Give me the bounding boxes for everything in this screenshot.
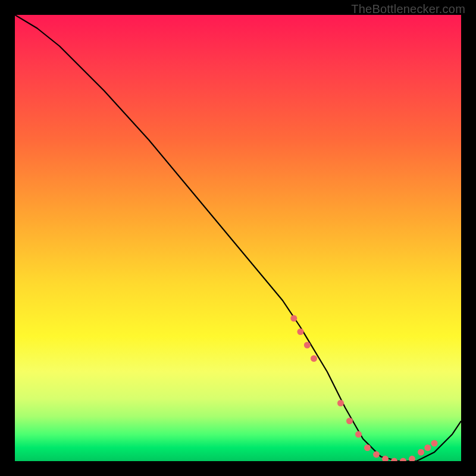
- valley-marker-14: [418, 449, 424, 456]
- valley-marker-7: [355, 431, 362, 438]
- valley-marker-16: [431, 440, 438, 447]
- valley-marker-3: [304, 342, 311, 349]
- watermark: TheBottlenecker.com: [351, 2, 465, 16]
- valley-marker-15: [424, 444, 431, 451]
- valley-marker-13: [409, 456, 415, 461]
- valley-marker-1: [290, 315, 297, 322]
- chart-stage: TheBottlenecker.com: [0, 0, 476, 476]
- valley-marker-5: [337, 400, 344, 406]
- valley-marker-10: [382, 456, 389, 461]
- valley-marker-9: [373, 451, 380, 458]
- valley-marker-11: [391, 458, 397, 462]
- bottleneck-curve: [15, 15, 461, 461]
- plot-area: [15, 15, 461, 461]
- valley-marker-8: [364, 444, 371, 451]
- valley-marker-2: [298, 328, 304, 335]
- valley-marker-6: [346, 418, 353, 424]
- valley-marker-12: [400, 458, 406, 462]
- valley-marker-4: [311, 355, 317, 362]
- curve-layer: [15, 15, 461, 461]
